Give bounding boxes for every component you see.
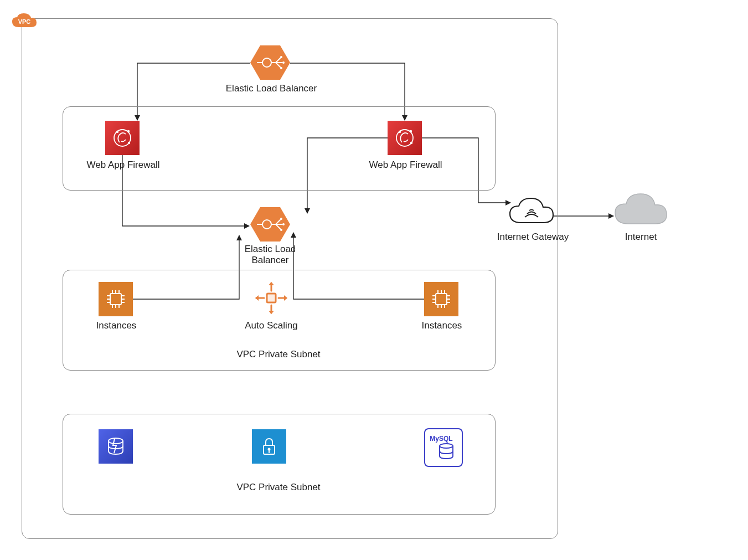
elb-top-label: Elastic Load Balancer bbox=[216, 83, 327, 94]
instances-left-label: Instances bbox=[78, 320, 155, 331]
vpc-badge-icon: VPC bbox=[11, 12, 38, 30]
internet-icon bbox=[612, 189, 670, 231]
vpc-badge-text: VPC bbox=[18, 18, 31, 25]
svg-point-3 bbox=[282, 61, 285, 64]
svg-point-15 bbox=[280, 218, 282, 220]
instances-right-icon bbox=[424, 282, 458, 316]
elb-mid-icon bbox=[250, 207, 290, 242]
elb-top-icon bbox=[250, 45, 290, 80]
svg-point-2 bbox=[280, 56, 282, 58]
elb-mid-label: Elastic Load Balancer bbox=[234, 244, 306, 266]
lock-icon bbox=[252, 429, 286, 464]
svg-rect-19 bbox=[267, 294, 276, 302]
autoscaling-label: Auto Scaling bbox=[233, 320, 310, 331]
autoscaling-icon bbox=[252, 279, 291, 317]
svg-point-8 bbox=[128, 142, 130, 144]
svg-point-12 bbox=[410, 142, 412, 144]
internet-gateway-label: Internet Gateway bbox=[490, 232, 576, 243]
diagram-canvas: VPC Elastic Load Balancer Web App Firewa… bbox=[0, 0, 748, 560]
subnet-mid-label: VPC Private Subnet bbox=[209, 349, 348, 360]
waf-right-icon bbox=[388, 121, 422, 155]
svg-rect-18 bbox=[110, 294, 121, 305]
mysql-icon: MySQL bbox=[424, 428, 463, 467]
internet-label: Internet bbox=[612, 232, 670, 243]
svg-point-10 bbox=[399, 131, 401, 133]
svg-point-17 bbox=[280, 229, 282, 231]
waf-left-label: Web App Firewall bbox=[75, 160, 172, 171]
instances-left-icon bbox=[99, 282, 133, 316]
waf-right-label: Web App Firewall bbox=[357, 160, 454, 171]
internet-gateway-icon bbox=[507, 194, 556, 230]
waf-left-icon bbox=[105, 121, 140, 155]
svg-point-6 bbox=[116, 131, 118, 133]
svg-point-21 bbox=[109, 438, 123, 444]
mysql-text: MySQL bbox=[430, 435, 452, 443]
svg-point-4 bbox=[280, 67, 282, 69]
elasticache-icon bbox=[99, 429, 133, 464]
instances-right-label: Instances bbox=[403, 320, 481, 331]
svg-rect-20 bbox=[436, 294, 447, 305]
svg-point-24 bbox=[440, 444, 453, 448]
svg-point-7 bbox=[127, 130, 130, 132]
subnet-bottom-label: VPC Private Subnet bbox=[209, 482, 348, 493]
svg-point-11 bbox=[410, 130, 412, 132]
svg-point-16 bbox=[282, 223, 285, 225]
